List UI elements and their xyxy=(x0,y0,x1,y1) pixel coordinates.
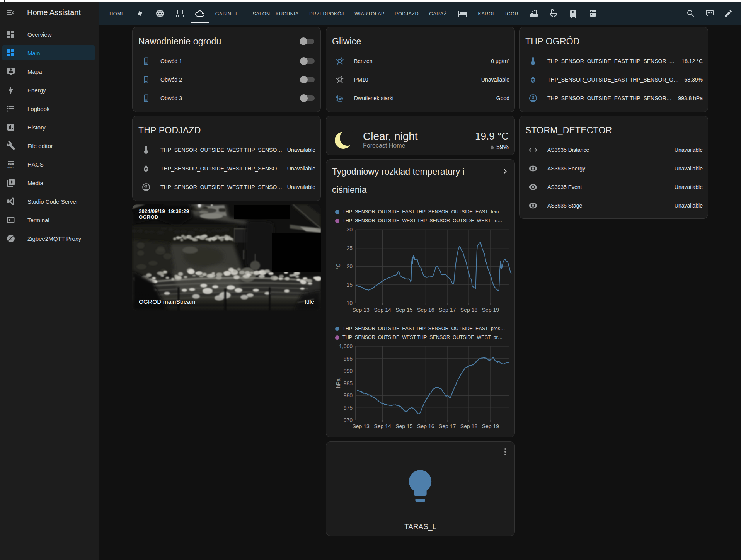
svg-text:Sep 19: Sep 19 xyxy=(482,423,499,429)
svg-text:15: 15 xyxy=(346,282,353,288)
svg-text:Sep 13: Sep 13 xyxy=(353,307,370,313)
svg-text:Sep 19: Sep 19 xyxy=(482,307,499,313)
svg-text:10: 10 xyxy=(346,300,353,306)
svg-text:Sep 15: Sep 15 xyxy=(395,307,413,313)
svg-text:HACS: HACS xyxy=(7,166,14,169)
svg-text:25: 25 xyxy=(346,245,353,251)
svg-text:20: 20 xyxy=(346,263,353,269)
svg-text:Sep 15: Sep 15 xyxy=(395,423,413,429)
svg-text:980: 980 xyxy=(344,392,353,398)
svg-text:Sep 17: Sep 17 xyxy=(439,423,456,429)
svg-text:970: 970 xyxy=(344,417,353,423)
svg-text:Sep 14: Sep 14 xyxy=(374,423,391,429)
svg-text:Sep 18: Sep 18 xyxy=(460,307,478,313)
svg-text:Sep 13: Sep 13 xyxy=(353,423,370,429)
svg-text:Sep 16: Sep 16 xyxy=(417,307,434,313)
svg-text:°C: °C xyxy=(335,263,341,269)
svg-text:995: 995 xyxy=(344,356,353,362)
svg-text:Sep 18: Sep 18 xyxy=(460,423,478,429)
svg-text:975: 975 xyxy=(344,405,353,411)
svg-text:Sep 16: Sep 16 xyxy=(417,423,434,429)
svg-text:985: 985 xyxy=(344,380,353,386)
svg-text:990: 990 xyxy=(344,368,353,374)
svg-text:hPa: hPa xyxy=(335,378,341,388)
svg-text:1,000: 1,000 xyxy=(339,343,353,349)
svg-text:Sep 17: Sep 17 xyxy=(439,307,456,313)
svg-text:30: 30 xyxy=(346,226,353,233)
svg-text:Sep 14: Sep 14 xyxy=(374,307,391,313)
